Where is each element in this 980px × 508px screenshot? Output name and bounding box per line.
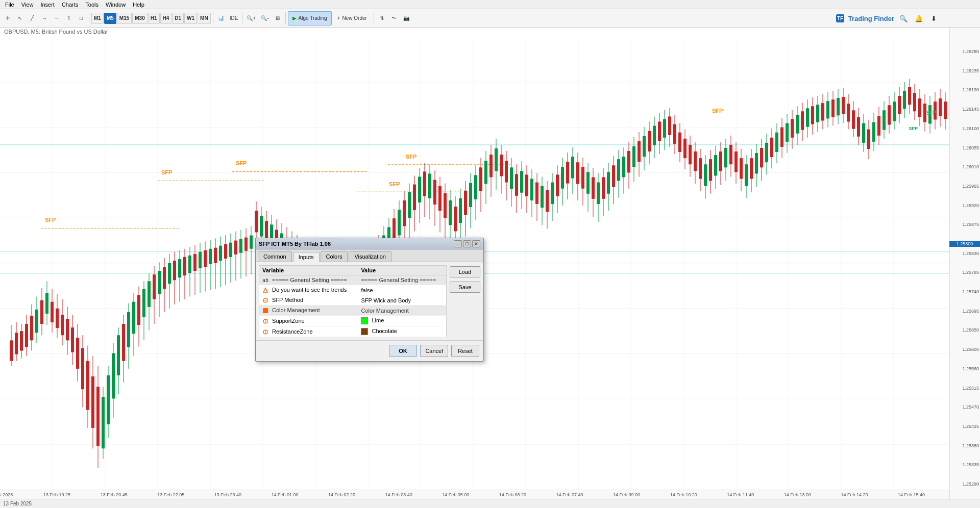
tf-m1[interactable]: M1: [91, 13, 104, 24]
reset-button[interactable]: Reset: [451, 345, 479, 357]
tab-common[interactable]: Common: [258, 251, 292, 262]
tab-colors[interactable]: Colors: [321, 251, 348, 262]
grid-btn[interactable]: ⊞: [272, 11, 283, 26]
tf-m5[interactable]: M5: [104, 13, 116, 24]
dialog-controls: ─ □ ✕: [453, 240, 480, 247]
arrow-tool[interactable]: →: [39, 11, 50, 26]
svg-rect-342: [770, 138, 773, 157]
svg-rect-328: [734, 151, 738, 172]
tf-d1[interactable]: D1: [172, 13, 184, 24]
save-button[interactable]: Save: [450, 282, 480, 293]
tf-h4[interactable]: H4: [160, 13, 172, 24]
history-btn[interactable]: ⇅: [376, 11, 387, 26]
svg-rect-394: [903, 91, 906, 109]
svg-rect-314: [699, 158, 702, 179]
price-axis: 1.26280 1.26235 1.26190 1.26145 1.26100 …: [949, 28, 980, 508]
chart-type[interactable]: 📊: [215, 11, 227, 26]
cancel-button[interactable]: Cancel: [420, 345, 448, 357]
svg-rect-292: [643, 136, 646, 157]
text-tool[interactable]: T: [63, 11, 75, 26]
price-p10: 1.25830: [962, 251, 979, 256]
cursor-tool[interactable]: ↖: [14, 11, 26, 26]
table-row-resistance[interactable]: ResistanceZone Chocolate: [259, 326, 447, 337]
load-button[interactable]: Load: [450, 266, 480, 277]
svg-rect-48: [20, 331, 23, 350]
svg-rect-310: [689, 145, 692, 164]
svg-text:SFP: SFP: [389, 181, 400, 187]
svg-rect-60: [51, 302, 54, 322]
svg-rect-334: [750, 158, 753, 179]
svg-rect-276: [602, 177, 605, 198]
svg-rect-278: [607, 172, 610, 193]
menu-view[interactable]: View: [18, 1, 37, 8]
wave-btn[interactable]: 〜: [388, 11, 400, 26]
svg-rect-204: [418, 176, 421, 202]
chart-container: GBPUSD, M5: British Pound vs US Dollar: [0, 28, 980, 508]
tf-w1[interactable]: W1: [184, 13, 197, 24]
zoom-in[interactable]: 🔍+: [244, 11, 258, 26]
download-icon[interactable]: ⬇: [928, 11, 939, 26]
notification-icon[interactable]: 🔔: [913, 11, 925, 26]
indicator-btn[interactable]: IDE: [228, 11, 240, 26]
dialog-maximize-btn[interactable]: □: [463, 240, 471, 247]
new-order-btn[interactable]: + New Order: [333, 11, 372, 26]
svg-rect-114: [188, 256, 191, 273]
time-0: 13 Feb 2025: [0, 492, 13, 497]
tab-inputs[interactable]: Inputs: [293, 252, 320, 262]
price-p15: 1.25605: [962, 347, 979, 352]
shape-tool[interactable]: □: [76, 11, 87, 26]
svg-rect-84: [112, 353, 115, 399]
algo-trading-btn[interactable]: ▶ Algo Trading: [288, 11, 332, 26]
menu-tools[interactable]: Tools: [82, 1, 102, 8]
dialog-minimize-btn[interactable]: ─: [454, 240, 462, 247]
menu-window[interactable]: Window: [103, 1, 129, 8]
price-p9: 1.25875: [962, 222, 979, 227]
row4-variable: Color Management: [259, 306, 358, 316]
price-p8: 1.25920: [962, 203, 979, 208]
row1-icon: ab: [262, 277, 268, 283]
svg-rect-124: [214, 248, 217, 263]
price-p12: 1.25740: [962, 289, 979, 294]
svg-rect-294: [648, 131, 651, 151]
svg-rect-286: [627, 151, 630, 172]
tf-h1[interactable]: H1: [148, 13, 160, 24]
table-row-sfp-method[interactable]: SFP Method SFP Wick and Body: [259, 295, 447, 306]
screenshot-btn[interactable]: 📷: [401, 11, 412, 26]
row2-value[interactable]: false: [358, 285, 446, 295]
table-row-support[interactable]: SupportZone Lime: [259, 316, 447, 326]
svg-rect-68: [71, 327, 74, 352]
tab-visualization[interactable]: Visualization: [349, 251, 391, 262]
crosshair-tool[interactable]: ✛: [2, 11, 13, 26]
tf-m30[interactable]: M30: [132, 13, 147, 24]
tf-mn[interactable]: MN: [198, 13, 211, 24]
svg-rect-374: [852, 110, 855, 129]
row3-value[interactable]: SFP Wick and Body: [358, 295, 446, 306]
svg-rect-322: [719, 151, 722, 171]
toolbar: ✛ ↖ ╱ → ─ T □ M1 M5 M15 M30 H1 H4 D1 W1 …: [0, 9, 980, 28]
svg-rect-208: [428, 173, 431, 198]
row5-value[interactable]: Lime: [358, 316, 446, 326]
table-row-trends[interactable]: Do you want to see the trends false: [259, 285, 447, 295]
svg-rect-116: [193, 254, 197, 271]
row6-value[interactable]: Chocolate: [358, 326, 446, 337]
hline-tool[interactable]: ─: [51, 11, 62, 26]
menu-charts[interactable]: Charts: [59, 1, 81, 8]
menu-help[interactable]: Help: [130, 1, 148, 8]
line-tool[interactable]: ╱: [27, 11, 38, 26]
svg-rect-140: [255, 211, 258, 232]
svg-rect-236: [500, 155, 503, 176]
ok-button[interactable]: OK: [389, 345, 417, 357]
menu-insert[interactable]: Insert: [37, 1, 58, 8]
tf-m15[interactable]: M15: [117, 13, 132, 24]
svg-rect-306: [678, 133, 681, 152]
side-buttons: Load Save: [450, 265, 480, 337]
dialog-close-btn[interactable]: ✕: [472, 240, 480, 247]
zoom-out[interactable]: 🔍-: [259, 11, 271, 26]
svg-rect-56: [40, 300, 43, 324]
menu-file[interactable]: File: [2, 1, 17, 8]
svg-rect-350: [791, 119, 794, 137]
statusbar: 13 Feb 2025: [0, 499, 980, 508]
row2-icon: [262, 287, 268, 293]
search-icon[interactable]: 🔍: [897, 11, 910, 26]
svg-rect-304: [673, 124, 676, 144]
